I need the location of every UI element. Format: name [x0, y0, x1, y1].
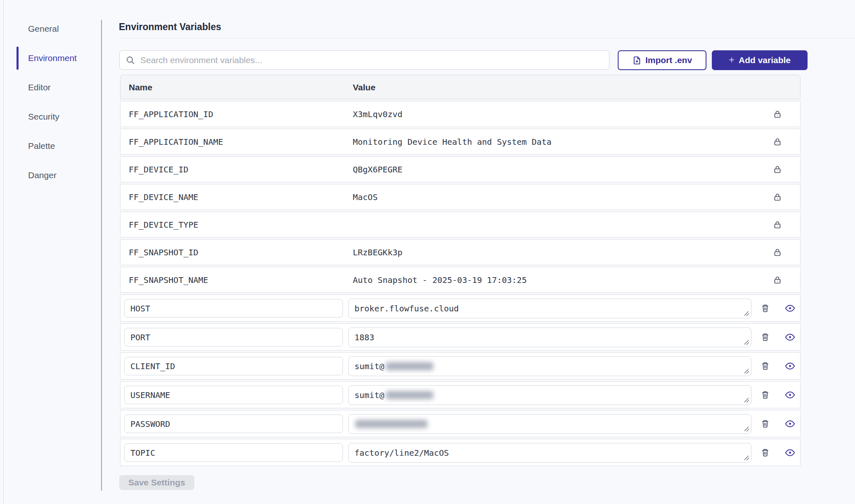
var-name: FF_APPLICATION_ID — [129, 101, 213, 127]
table-header: Name Value — [120, 75, 801, 99]
eye-icon — [784, 447, 796, 458]
var-name: FF_APPLICATION_NAME — [129, 129, 223, 155]
redacted-value — [355, 420, 428, 428]
var-value-input[interactable]: sumit@ — [348, 385, 751, 405]
search-input[interactable] — [140, 55, 603, 65]
var-value: Auto Snapshot - 2025-03-19 17:03:25 — [353, 267, 527, 293]
var-value-input[interactable] — [348, 414, 751, 434]
env-var-row-locked: FF_APPLICATION_ID X3mLqv0zvd — [120, 101, 801, 127]
var-name: FF_DEVICE_ID — [129, 157, 189, 182]
env-var-row-locked: FF_DEVICE_ID QBgX6PEGRE — [120, 156, 801, 182]
env-var-row-editable — [120, 410, 801, 437]
var-value: X3mLqv0zvd — [353, 101, 402, 127]
var-value: Monitoring Device Health and System Data — [353, 129, 552, 155]
trash-icon — [761, 448, 770, 457]
trash-icon — [761, 332, 770, 342]
resize-handle-icon[interactable] — [743, 367, 749, 374]
trash-icon — [761, 419, 770, 429]
page-title: Environment Variables — [119, 21, 221, 33]
var-value-input[interactable]: sumit@ — [348, 356, 751, 376]
env-var-row-locked: FF_SNAPSHOT_NAME Auto Snapshot - 2025-03… — [120, 267, 801, 293]
add-variable-button[interactable]: + Add variable — [712, 50, 808, 70]
var-name-input[interactable] — [124, 386, 343, 404]
delete-variable-button[interactable] — [759, 360, 771, 372]
trash-icon — [761, 361, 770, 371]
settings-nav: General Environment Editor Security Pale… — [28, 24, 94, 200]
env-var-row-editable: factory/line2/MacOS — [120, 439, 801, 466]
var-value-input[interactable]: 1883 — [348, 327, 751, 347]
var-name: FF_SNAPSHOT_NAME — [129, 267, 208, 293]
title-divider — [119, 38, 855, 38]
lock-icon — [772, 109, 782, 119]
toggle-visibility-button[interactable] — [784, 389, 796, 401]
redacted-value — [386, 362, 433, 370]
search-box — [119, 50, 609, 70]
delete-variable-button[interactable] — [759, 417, 771, 430]
var-value: LRzBEGKk3p — [353, 240, 402, 265]
import-env-button[interactable]: Import .env — [618, 50, 706, 70]
var-name-input[interactable] — [124, 328, 343, 346]
var-name: FF_DEVICE_NAME — [129, 184, 198, 210]
lock-icon — [772, 220, 782, 230]
active-indicator — [17, 47, 19, 70]
lock-icon — [772, 192, 782, 202]
lock-icon — [772, 137, 782, 147]
add-variable-label: Add variable — [739, 55, 791, 65]
var-name-input[interactable] — [124, 415, 343, 433]
env-variables-table: Name Value FF_APPLICATION_ID X3mLqv0zvd … — [120, 75, 801, 468]
lock-icon — [772, 165, 782, 174]
redacted-value — [386, 391, 433, 399]
resize-handle-icon[interactable] — [743, 396, 749, 403]
toggle-visibility-button[interactable] — [784, 360, 796, 372]
var-name: FF_DEVICE_TYPE — [129, 212, 198, 238]
env-var-row-editable: sumit@ — [120, 352, 801, 379]
trash-icon — [761, 304, 770, 313]
toggle-visibility-button[interactable] — [784, 302, 796, 314]
eye-icon — [784, 389, 796, 400]
sidebar-item-environment[interactable]: Environment — [28, 53, 94, 63]
env-var-row-locked: FF_DEVICE_TYPE — [120, 212, 801, 238]
trash-icon — [761, 390, 770, 400]
toggle-visibility-button[interactable] — [784, 417, 796, 430]
eye-icon — [784, 332, 796, 343]
lock-icon — [772, 247, 782, 257]
resize-handle-icon[interactable] — [743, 425, 749, 432]
delete-variable-button[interactable] — [759, 389, 771, 401]
sidebar-item-security[interactable]: Security — [28, 112, 94, 122]
sidebar-item-palette[interactable]: Palette — [28, 141, 94, 151]
var-value: QBgX6PEGRE — [353, 157, 402, 182]
var-value-input[interactable]: broker.flowfuse.cloud — [348, 299, 751, 318]
resize-handle-icon[interactable] — [743, 454, 749, 461]
resize-handle-icon[interactable] — [743, 310, 749, 316]
window-left-edge — [3, 0, 4, 504]
sidebar-item-general[interactable]: General — [28, 24, 94, 34]
env-var-row-editable: broker.flowfuse.cloud — [120, 294, 801, 322]
var-name: FF_SNAPSHOT_ID — [129, 240, 198, 265]
delete-variable-button[interactable] — [759, 331, 771, 343]
resize-handle-icon[interactable] — [743, 339, 749, 345]
eye-icon — [784, 360, 796, 372]
lock-icon — [772, 275, 782, 285]
sidebar-divider — [101, 20, 102, 491]
env-var-row-locked: FF_SNAPSHOT_ID LRzBEGKk3p — [120, 239, 801, 265]
env-var-row-locked: FF_DEVICE_NAME MacOS — [120, 184, 801, 210]
sidebar-item-danger[interactable]: Danger — [28, 170, 94, 180]
var-name-input[interactable] — [124, 357, 343, 375]
eye-icon — [784, 303, 796, 314]
var-value-input[interactable]: factory/line2/MacOS — [348, 443, 751, 463]
toggle-visibility-button[interactable] — [784, 446, 796, 459]
save-settings-button[interactable]: Save Settings — [119, 475, 194, 490]
toggle-visibility-button[interactable] — [784, 331, 796, 343]
delete-variable-button[interactable] — [759, 302, 771, 314]
column-header-name: Name — [129, 75, 152, 100]
column-header-value: Value — [353, 75, 376, 100]
env-var-row-editable: sumit@ — [120, 381, 801, 408]
env-var-row-locked: FF_APPLICATION_NAME Monitoring Device He… — [120, 129, 801, 155]
delete-variable-button[interactable] — [759, 446, 771, 459]
table-rows: FF_APPLICATION_ID X3mLqv0zvd FF_APPLICAT… — [120, 101, 801, 466]
search-icon — [125, 55, 135, 65]
var-name-input[interactable] — [124, 299, 343, 318]
eye-icon — [784, 418, 796, 429]
sidebar-item-editor[interactable]: Editor — [28, 82, 94, 92]
var-name-input[interactable] — [124, 443, 343, 462]
